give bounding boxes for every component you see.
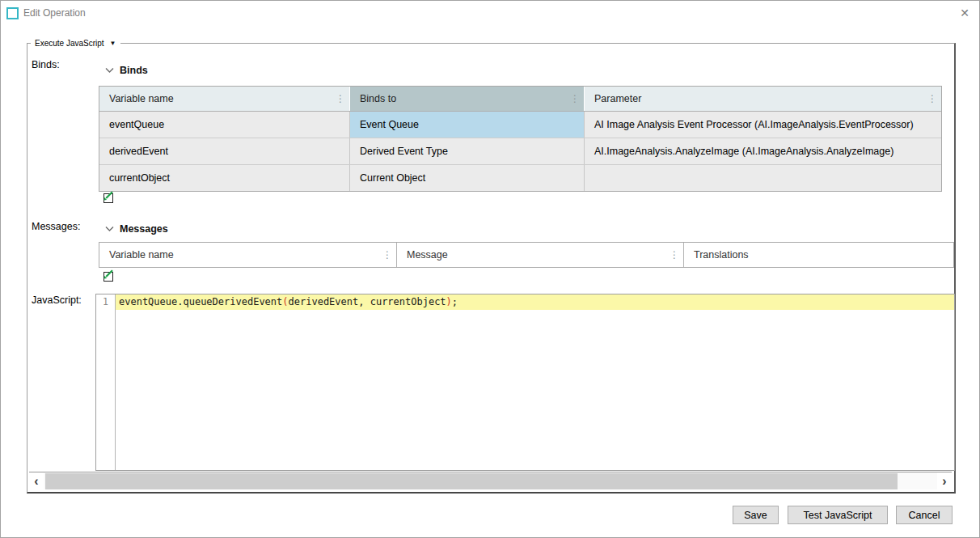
close-icon[interactable]: ✕ [960, 6, 969, 20]
column-header-label: Variable name [109, 249, 174, 261]
add-row-icon[interactable] [100, 269, 115, 283]
titlebar: Edit Operation ✕ [1, 1, 979, 25]
column-menu-icon[interactable]: ⋮ [382, 243, 392, 267]
cell-parameter[interactable]: AI.ImageAnalysis.AnalyzeImage (AI.ImageA… [585, 138, 941, 164]
binds-field-label: Binds: [32, 59, 60, 70]
messages-field-label: Messages: [32, 221, 80, 232]
column-header-variable-name[interactable]: Variable name ⋮ [99, 87, 350, 111]
line-number: 1 [96, 296, 115, 307]
edit-operation-dialog: Edit Operation ✕ Execute JavaScript ▼ Bi… [0, 0, 980, 538]
cancel-button[interactable]: Cancel [896, 506, 953, 524]
dialog-title: Edit Operation [23, 7, 86, 19]
column-header-message[interactable]: Message ⋮ [397, 243, 684, 267]
table-row: derivedEvent Derived Event Type AI.Image… [99, 138, 941, 165]
messages-section-title: Messages [120, 223, 168, 235]
code-arguments: derivedEvent, currentObject [289, 296, 446, 307]
code-close-paren: ) [446, 296, 452, 307]
messages-section-header: Messages [105, 223, 168, 235]
table-row: eventQueue Event Queue AI Image Analysis… [99, 112, 941, 138]
chevron-down-icon[interactable] [105, 226, 114, 232]
messages-table-header: Variable name ⋮ Message ⋮ Translations [99, 243, 953, 267]
column-header-label: Parameter [594, 93, 641, 104]
horizontal-scrollbar[interactable]: ‹ › [29, 472, 952, 489]
column-menu-icon[interactable]: ⋮ [670, 243, 679, 267]
cell-variable-name[interactable]: derivedEvent [99, 138, 350, 164]
column-menu-icon[interactable]: ⋮ [336, 87, 345, 111]
save-button[interactable]: Save [733, 506, 779, 524]
cell-variable-name[interactable]: eventQueue [99, 112, 350, 138]
column-header-label: Binds to [360, 93, 396, 104]
code-open-paren: ( [282, 296, 288, 307]
binds-table: Variable name ⋮ Binds to ⋮ Parameter ⋮ e… [99, 86, 942, 192]
column-header-binds-to[interactable]: Binds to ⋮ [350, 87, 585, 111]
app-icon [6, 7, 19, 19]
code-identifier: eventQueue.queueDerivedEvent [119, 296, 282, 307]
cell-binds-to[interactable]: Derived Event Type [350, 138, 585, 164]
cell-binds-to[interactable]: Current Object [350, 165, 585, 191]
column-menu-icon[interactable]: ⋮ [570, 87, 580, 111]
column-header-label: Translations [694, 249, 749, 261]
binds-section-title: Binds [120, 65, 148, 76]
binds-section-header: Binds [105, 65, 148, 76]
column-menu-icon[interactable]: ⋮ [927, 87, 937, 111]
binds-table-header: Variable name ⋮ Binds to ⋮ Parameter ⋮ [99, 87, 941, 112]
scrollbar-thumb[interactable] [45, 473, 898, 489]
column-header-translations[interactable]: Translations [684, 243, 953, 267]
javascript-field-label: JavaScript: [32, 294, 82, 306]
cell-binds-to-selected[interactable]: Event Queue [350, 112, 585, 138]
code-line-1[interactable]: eventQueue.queueDerivedEvent(derivedEven… [116, 294, 954, 310]
messages-table: Variable name ⋮ Message ⋮ Translations [99, 242, 954, 268]
dropdown-arrow-icon: ▼ [110, 40, 116, 47]
column-header-label: Message [407, 249, 448, 261]
scroll-right-icon[interactable]: › [937, 472, 952, 489]
javascript-code-editor[interactable]: 1 eventQueue.queueDerivedEvent(derivedEv… [95, 294, 955, 471]
column-header-label: Variable name [109, 93, 174, 104]
column-header-variable-name[interactable]: Variable name ⋮ [99, 243, 397, 267]
table-row: currentObject Current Object [99, 165, 941, 191]
operation-type-dropdown[interactable]: Execute JavaScript ▼ [31, 37, 120, 49]
chevron-down-icon[interactable] [105, 67, 114, 74]
cell-variable-name[interactable]: currentObject [99, 165, 350, 191]
operation-group-box: Execute JavaScript ▼ Binds: Messages: Ja… [27, 43, 956, 494]
editor-gutter: 1 [96, 294, 116, 470]
code-terminator: ; [452, 296, 458, 307]
column-header-parameter[interactable]: Parameter ⋮ [585, 87, 941, 111]
test-javascript-button[interactable]: Test JavaScript [788, 506, 888, 524]
cell-parameter[interactable]: AI Image Analysis Event Processor (AI.Im… [585, 112, 941, 138]
scroll-left-icon[interactable]: ‹ [29, 472, 44, 489]
cell-parameter[interactable] [585, 165, 941, 191]
operation-type-label: Execute JavaScript [35, 39, 104, 48]
editor-code-area[interactable]: eventQueue.queueDerivedEvent(derivedEven… [116, 294, 954, 470]
add-row-icon[interactable] [100, 190, 115, 205]
